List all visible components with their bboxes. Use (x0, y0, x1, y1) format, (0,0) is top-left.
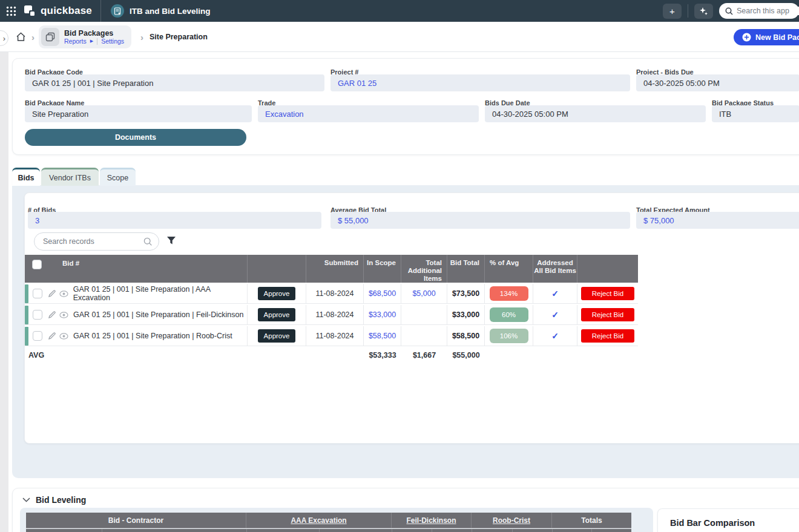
project-num-link[interactable]: GAR 01 25 (330, 74, 630, 91)
col-roob-crist: Roob-Crist (472, 513, 552, 528)
avg-bid-total-value[interactable]: $ 55,000 (330, 212, 630, 229)
col-in-scope: In Scope (364, 255, 401, 283)
ai-sparkle-button[interactable] (694, 4, 713, 19)
bid-bar-comparison-card: Bid Bar Comparison (657, 508, 799, 532)
app-switcher[interactable]: ITB and Bid Leveling (101, 4, 220, 18)
trade-link[interactable]: Excavation (258, 105, 479, 122)
bid-total-value: $58,500 (447, 326, 485, 346)
row-accent-bar (25, 327, 28, 346)
pct-of-avg-badge: 60% (490, 307, 528, 322)
check-icon: ✓ (551, 331, 559, 341)
row-checkbox[interactable] (33, 289, 42, 298)
breadcrumb-table-chip[interactable]: Bid Packages Reports ▶ Settings (39, 25, 131, 48)
edit-icon[interactable] (48, 332, 56, 340)
app-icon (111, 4, 124, 18)
col-submitted: Submitted (306, 255, 364, 283)
select-all-checkbox[interactable] (32, 260, 42, 269)
num-bids-value[interactable]: 3 (28, 212, 321, 229)
app-grid-icon[interactable] (6, 6, 16, 16)
table-row: GAR 01 25 | 001 | Site Preparation | Roo… (25, 326, 638, 346)
col-pct-of-avg: % of Avg (485, 255, 533, 283)
bid-bar-comparison-title: Bid Bar Comparison (670, 518, 755, 528)
reports-link[interactable]: Reports (64, 38, 87, 45)
tab-vendor-itbs[interactable]: Vendor ITBs (41, 168, 99, 186)
bid-package-status-value: ITB (712, 105, 799, 122)
bid-link[interactable]: GAR 01 25 | 001 | Site Preparation | Fei… (73, 310, 243, 319)
bid-leveling-panel: Bid - Contractor AAA Excavation Feil-Dic… (20, 508, 653, 532)
bids-due-date-value: 04-30-2025 05:00 PM (485, 105, 706, 122)
total-expected-value[interactable]: $ 75,000 (636, 212, 799, 229)
breadcrumb-record: Site Preparation (150, 33, 208, 41)
records-search[interactable] (34, 232, 159, 251)
approve-button[interactable]: Approve (258, 329, 295, 343)
approve-button[interactable]: Approve (258, 308, 295, 321)
pct-of-avg-badge: 134% (490, 286, 528, 301)
col-bid-num: Bid # (62, 260, 79, 268)
in-scope-value[interactable]: $58,500 (364, 326, 401, 346)
brand-name[interactable]: quickbase (41, 5, 92, 17)
in-scope-value[interactable]: $33,000 (364, 305, 401, 324)
check-icon: ✓ (551, 310, 559, 320)
avg-total-additional: $1,667 (401, 351, 447, 360)
documents-button[interactable]: Documents (25, 129, 246, 146)
tab-scope[interactable]: Scope (100, 168, 136, 186)
check-icon: ✓ (551, 289, 559, 298)
total-additional-value[interactable] (401, 305, 447, 324)
bid-link[interactable]: GAR 01 25 | 001 | Site Preparation | Roo… (73, 332, 232, 340)
filter-icon[interactable] (166, 236, 176, 245)
view-icon[interactable] (59, 333, 68, 340)
records-search-input[interactable] (43, 237, 134, 246)
submitted-value: 11-08-2024 (306, 284, 364, 303)
col-bid-total: Bid Total (447, 255, 485, 283)
table-row: GAR 01 25 | 001 | Site Preparation | Fei… (25, 305, 638, 325)
quickbase-logo-icon[interactable] (24, 5, 36, 17)
bid-link[interactable]: GAR 01 25 | 001 | Site Preparation | AAA… (73, 285, 247, 302)
in-scope-value[interactable]: $68,500 (364, 284, 401, 303)
col-feil-dickinson: Feil-Dickinson (392, 513, 472, 528)
edit-icon[interactable] (48, 310, 56, 319)
global-search[interactable] (719, 3, 799, 19)
breadcrumb-chevron-icon-2: › (140, 32, 143, 42)
col-aaa-excavation: AAA Excavation (246, 513, 392, 528)
reject-bid-button[interactable]: Reject Bid (581, 287, 634, 300)
bid-total-value: $33,000 (447, 305, 485, 324)
row-checkbox[interactable] (33, 310, 42, 320)
app-root: quickbase ITB and Bid Leveling + (0, 0, 799, 532)
approve-button[interactable]: Approve (258, 287, 295, 300)
edit-icon[interactable] (48, 289, 56, 298)
project-bids-due-value: 04-30-2025 05:00 PM (636, 74, 799, 91)
home-icon[interactable] (16, 32, 26, 42)
submitted-value: 11-08-2024 (306, 305, 364, 324)
col-bid-contractor: Bid - Contractor (26, 513, 246, 528)
app-title: ITB and Bid Leveling (130, 7, 211, 16)
row-checkbox[interactable] (33, 331, 42, 341)
table-copy-icon (41, 28, 59, 46)
col-addressed: Addressed All Bid Items (533, 255, 577, 283)
view-icon[interactable] (59, 312, 68, 318)
view-icon[interactable] (59, 291, 68, 297)
breadcrumb-chevron-icon: › (31, 32, 35, 42)
table-name[interactable]: Bid Packages (64, 29, 124, 38)
tab-bids[interactable]: Bids (12, 168, 40, 186)
reject-bid-button[interactable]: Reject Bid (581, 329, 634, 343)
avg-bid-total: $55,000 (447, 351, 485, 360)
collapse-chevron-icon[interactable] (22, 498, 30, 502)
reports-arrow-icon: ▶ (90, 38, 93, 45)
add-button[interactable]: + (663, 4, 682, 19)
reject-bid-button[interactable]: Reject Bid (581, 308, 634, 321)
leveling-subheader-row (26, 529, 631, 532)
total-additional-value[interactable]: $5,000 (401, 284, 447, 303)
table-row: GAR 01 25 | 001 | Site Preparation | AAA… (25, 284, 638, 304)
total-additional-value[interactable] (401, 326, 447, 346)
settings-link[interactable]: Settings (101, 38, 124, 45)
col-reject (577, 255, 638, 283)
pct-of-avg-badge: 106% (490, 329, 528, 343)
col-totals: Totals (552, 513, 631, 528)
bids-table-header: Bid # Submitted In Scope Total Additiona… (25, 255, 638, 283)
new-bid-package-button[interactable]: New Bid Package (734, 29, 799, 45)
global-search-input[interactable] (737, 7, 799, 15)
bid-package-code-value: GAR 01 25 | 001 | Site Preparation (25, 74, 324, 91)
chip-divider (97, 38, 97, 45)
bid-package-form-card: Bid Package Code GAR 01 25 | 001 | Site … (12, 58, 799, 155)
submitted-value: 11-08-2024 (306, 326, 364, 346)
